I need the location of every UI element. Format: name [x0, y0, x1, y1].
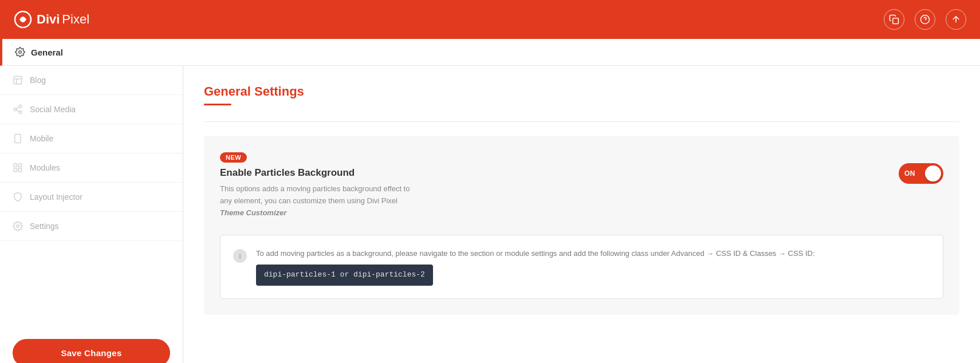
sidebar-nav: Blog Social Media Mobile: [0, 66, 183, 328]
sidebar-item-mobile-label: Mobile: [30, 134, 53, 143]
svg-point-11: [19, 111, 22, 114]
sidebar-item-modules[interactable]: Modules: [0, 153, 183, 183]
sidebar-item-social-label: Social Media: [30, 105, 76, 114]
sidebar-item-mobile[interactable]: Mobile: [0, 124, 183, 153]
svg-rect-18: [19, 169, 22, 172]
svg-point-5: [19, 51, 22, 54]
save-btn-container: Save Changes: [0, 328, 183, 363]
layout-icon: [13, 192, 23, 202]
toggle-track: ON: [899, 163, 943, 184]
copy-icon: [889, 14, 899, 25]
social-icon: [13, 104, 23, 115]
export-icon: [951, 14, 961, 25]
sidebar: Blog Social Media Mobile: [0, 66, 183, 363]
svg-point-20: [17, 225, 19, 228]
svg-rect-6: [14, 76, 22, 84]
info-text: To add moving particles as a background,…: [256, 248, 815, 286]
page-title: General Settings: [204, 84, 959, 99]
info-icon: i: [233, 249, 247, 263]
copy-button[interactable]: [884, 9, 904, 30]
settings-icon: [13, 221, 23, 231]
svg-point-10: [14, 108, 17, 111]
logo-divi-text: Divi: [37, 12, 60, 27]
svg-line-13: [16, 107, 19, 109]
sidebar-item-layout-label: Layout Injector: [30, 192, 82, 202]
feature-info: NEW Enable Particles Background This opt…: [220, 152, 876, 219]
svg-rect-1: [893, 18, 899, 24]
blog-icon: [13, 75, 23, 85]
settings-card: NEW Enable Particles Background This opt…: [204, 136, 959, 315]
feature-link[interactable]: Theme Customizer: [220, 208, 286, 217]
feature-row: NEW Enable Particles Background This opt…: [220, 152, 943, 219]
feature-title: Enable Particles Background: [220, 167, 876, 179]
sidebar-item-blog[interactable]: Blog: [0, 66, 183, 95]
sidebar-item-settings[interactable]: Settings: [0, 212, 183, 241]
export-button[interactable]: [946, 9, 966, 30]
active-section-label: General: [31, 48, 63, 57]
sidebar-item-settings-label: Settings: [30, 222, 59, 231]
modules-icon: [13, 163, 23, 173]
help-button[interactable]: [915, 9, 935, 30]
svg-rect-16: [14, 164, 17, 167]
svg-rect-17: [19, 164, 22, 167]
toggle-container[interactable]: ON: [899, 163, 943, 184]
svg-point-9: [19, 105, 22, 108]
sidebar-item-social-media[interactable]: Social Media: [0, 95, 183, 124]
toggle-thumb: [925, 165, 941, 182]
main-container: Blog Social Media Mobile: [0, 66, 980, 363]
save-changes-button[interactable]: Save Changes: [13, 339, 170, 363]
active-section-header: General: [0, 39, 980, 66]
help-icon: [920, 14, 930, 25]
header-icons: [884, 9, 966, 30]
feature-description: This options adds a moving particles bac…: [220, 183, 415, 219]
new-badge: NEW: [220, 152, 247, 163]
toggle-label: ON: [904, 169, 915, 177]
logo-icon: [14, 10, 32, 29]
sidebar-item-modules-label: Modules: [30, 163, 60, 172]
title-underline: [204, 104, 231, 105]
header: DiviPixel: [0, 0, 980, 39]
code-snippet: dipi-particles-1 or dipi-particles-2: [256, 265, 433, 286]
page-title-container: General Settings: [204, 84, 959, 105]
sidebar-item-blog-label: Blog: [30, 76, 46, 85]
logo: DiviPixel: [14, 10, 89, 29]
content-area: General Settings NEW Enable Particles Ba…: [183, 66, 980, 363]
mobile-icon: [13, 133, 23, 144]
sidebar-item-layout-injector[interactable]: Layout Injector: [0, 183, 183, 212]
logo-pixel-text: Pixel: [62, 12, 89, 27]
gear-icon-active: [15, 47, 25, 57]
info-box: i To add moving particles as a backgroun…: [220, 235, 943, 299]
svg-line-12: [16, 110, 19, 112]
particles-toggle[interactable]: ON: [899, 163, 943, 184]
svg-rect-19: [14, 169, 17, 172]
